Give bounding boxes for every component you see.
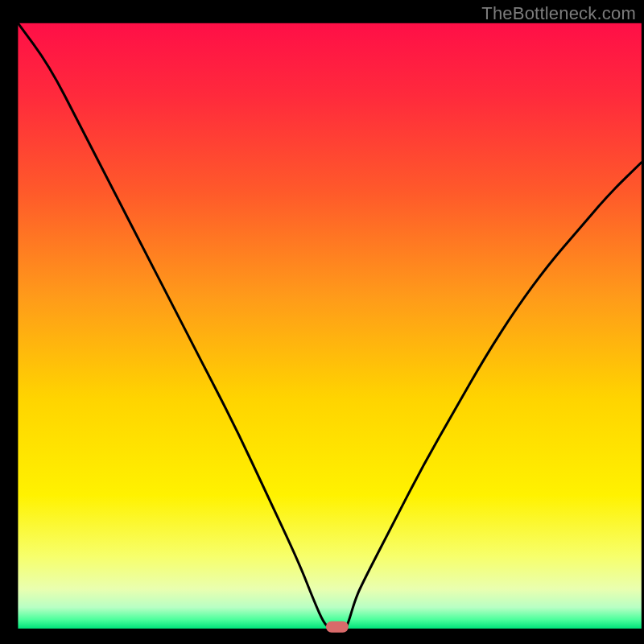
chart-canvas	[0, 0, 644, 644]
attribution-text: TheBottleneck.com	[481, 3, 636, 24]
bottleneck-chart: TheBottleneck.com	[0, 0, 644, 644]
plot-area	[18, 23, 641, 629]
optimal-point-marker	[326, 621, 349, 633]
